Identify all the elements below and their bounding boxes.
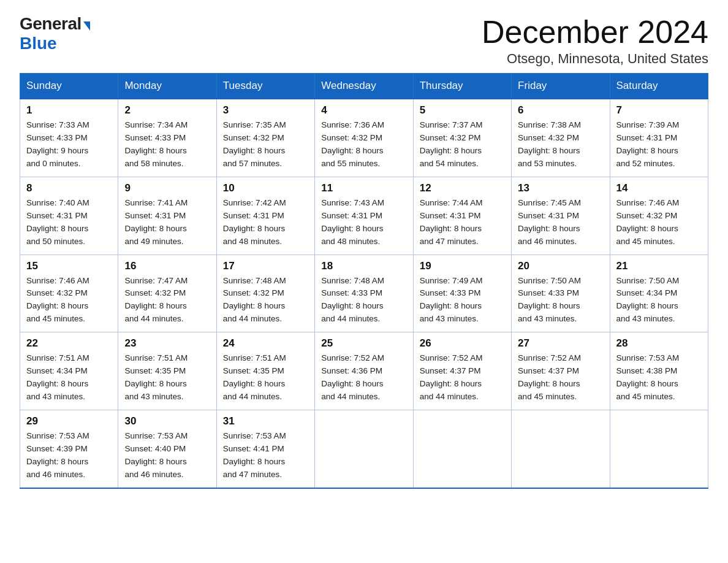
day-number: 29: [26, 415, 112, 427]
day-number: 26: [420, 337, 505, 350]
day-info: Sunrise: 7:39 AMSunset: 4:31 PMDaylight:…: [616, 119, 702, 170]
day-number: 7: [616, 104, 702, 117]
day-info: Sunrise: 7:48 AMSunset: 4:32 PMDaylight:…: [223, 275, 308, 326]
day-info: Sunrise: 7:51 AMSunset: 4:35 PMDaylight:…: [223, 352, 308, 404]
day-number: 11: [321, 182, 406, 194]
day-info: Sunrise: 7:38 AMSunset: 4:32 PMDaylight:…: [518, 119, 603, 170]
day-info: Sunrise: 7:36 AMSunset: 4:32 PMDaylight:…: [321, 119, 406, 170]
day-number: 28: [616, 337, 702, 350]
title-block: December 2024 Otsego, Minnesota, United …: [482, 15, 708, 67]
calendar-cell: 16Sunrise: 7:47 AMSunset: 4:32 PMDayligh…: [118, 255, 216, 332]
day-info: Sunrise: 7:53 AMSunset: 4:40 PMDaylight:…: [124, 430, 210, 481]
day-info: Sunrise: 7:47 AMSunset: 4:32 PMDaylight:…: [124, 275, 210, 326]
calendar-cell: 22Sunrise: 7:51 AMSunset: 4:34 PMDayligh…: [20, 332, 118, 410]
day-number: 8: [26, 182, 112, 194]
day-info: Sunrise: 7:40 AMSunset: 4:31 PMDaylight:…: [26, 197, 112, 248]
calendar-cell: 3Sunrise: 7:35 AMSunset: 4:32 PMDaylight…: [216, 99, 314, 177]
day-number: 9: [124, 182, 210, 194]
day-number: 18: [321, 260, 406, 272]
location: Otsego, Minnesota, United States: [482, 51, 708, 67]
calendar-week-row: 29Sunrise: 7:53 AMSunset: 4:39 PMDayligh…: [20, 410, 708, 488]
calendar-cell: 17Sunrise: 7:48 AMSunset: 4:32 PMDayligh…: [216, 255, 314, 332]
calendar-cell: 19Sunrise: 7:49 AMSunset: 4:33 PMDayligh…: [413, 255, 511, 332]
day-info: Sunrise: 7:52 AMSunset: 4:37 PMDaylight:…: [420, 352, 505, 404]
day-number: 14: [616, 182, 702, 194]
day-info: Sunrise: 7:52 AMSunset: 4:37 PMDaylight:…: [518, 352, 603, 404]
calendar-cell: 9Sunrise: 7:41 AMSunset: 4:31 PMDaylight…: [118, 177, 216, 255]
calendar-cell: 25Sunrise: 7:52 AMSunset: 4:36 PMDayligh…: [315, 332, 413, 410]
calendar-header-wednesday: Wednesday: [315, 74, 413, 99]
calendar-cell: 24Sunrise: 7:51 AMSunset: 4:35 PMDayligh…: [216, 332, 314, 410]
day-info: Sunrise: 7:49 AMSunset: 4:33 PMDaylight:…: [420, 275, 505, 326]
calendar-cell: 31Sunrise: 7:53 AMSunset: 4:41 PMDayligh…: [216, 410, 314, 488]
calendar-week-row: 8Sunrise: 7:40 AMSunset: 4:31 PMDaylight…: [20, 177, 708, 255]
day-number: 23: [124, 337, 210, 350]
day-info: Sunrise: 7:53 AMSunset: 4:41 PMDaylight:…: [223, 430, 308, 481]
day-number: 16: [124, 260, 210, 272]
calendar-cell: 6Sunrise: 7:38 AMSunset: 4:32 PMDaylight…: [512, 99, 610, 177]
day-number: 20: [518, 260, 603, 272]
calendar-cell: 28Sunrise: 7:53 AMSunset: 4:38 PMDayligh…: [610, 332, 708, 410]
day-info: Sunrise: 7:50 AMSunset: 4:33 PMDaylight:…: [518, 275, 603, 326]
day-number: 21: [616, 260, 702, 272]
calendar-cell: 1Sunrise: 7:33 AMSunset: 4:33 PMDaylight…: [20, 99, 118, 177]
header: General Blue December 2024 Otsego, Minne…: [20, 15, 708, 67]
day-number: 6: [518, 104, 603, 117]
logo-triangle-icon: [83, 21, 90, 31]
day-info: Sunrise: 7:43 AMSunset: 4:31 PMDaylight:…: [321, 197, 406, 248]
calendar-header-friday: Friday: [512, 74, 610, 99]
calendar-cell: 23Sunrise: 7:51 AMSunset: 4:35 PMDayligh…: [118, 332, 216, 410]
calendar-cell: 29Sunrise: 7:53 AMSunset: 4:39 PMDayligh…: [20, 410, 118, 488]
calendar-header-sunday: Sunday: [20, 74, 118, 99]
day-info: Sunrise: 7:51 AMSunset: 4:34 PMDaylight:…: [26, 352, 112, 404]
calendar-header-row: SundayMondayTuesdayWednesdayThursdayFrid…: [20, 74, 708, 99]
logo: General Blue: [20, 15, 90, 53]
day-number: 2: [124, 104, 210, 117]
day-number: 19: [420, 260, 505, 272]
calendar-cell: 5Sunrise: 7:37 AMSunset: 4:32 PMDaylight…: [413, 99, 511, 177]
logo-blue-text: Blue: [20, 34, 57, 53]
calendar-cell: 18Sunrise: 7:48 AMSunset: 4:33 PMDayligh…: [315, 255, 413, 332]
calendar-header-saturday: Saturday: [610, 74, 708, 99]
day-info: Sunrise: 7:35 AMSunset: 4:32 PMDaylight:…: [223, 119, 308, 170]
day-info: Sunrise: 7:51 AMSunset: 4:35 PMDaylight:…: [124, 352, 210, 404]
calendar-table: SundayMondayTuesdayWednesdayThursdayFrid…: [20, 73, 708, 488]
calendar-cell: 13Sunrise: 7:45 AMSunset: 4:31 PMDayligh…: [512, 177, 610, 255]
day-number: 3: [223, 104, 308, 117]
calendar-cell: 14Sunrise: 7:46 AMSunset: 4:32 PMDayligh…: [610, 177, 708, 255]
day-info: Sunrise: 7:45 AMSunset: 4:31 PMDaylight:…: [518, 197, 603, 248]
calendar-cell: 7Sunrise: 7:39 AMSunset: 4:31 PMDaylight…: [610, 99, 708, 177]
calendar-cell: 21Sunrise: 7:50 AMSunset: 4:34 PMDayligh…: [610, 255, 708, 332]
day-number: 30: [124, 415, 210, 427]
day-number: 31: [223, 415, 308, 427]
day-info: Sunrise: 7:52 AMSunset: 4:36 PMDaylight:…: [321, 352, 406, 404]
calendar-cell: 26Sunrise: 7:52 AMSunset: 4:37 PMDayligh…: [413, 332, 511, 410]
day-number: 1: [26, 104, 112, 117]
calendar-cell: [610, 410, 708, 488]
calendar-header-monday: Monday: [118, 74, 216, 99]
day-info: Sunrise: 7:46 AMSunset: 4:32 PMDaylight:…: [616, 197, 702, 248]
calendar-week-row: 15Sunrise: 7:46 AMSunset: 4:32 PMDayligh…: [20, 255, 708, 332]
day-info: Sunrise: 7:48 AMSunset: 4:33 PMDaylight:…: [321, 275, 406, 326]
day-info: Sunrise: 7:37 AMSunset: 4:32 PMDaylight:…: [420, 119, 505, 170]
calendar-header-tuesday: Tuesday: [216, 74, 314, 99]
calendar-cell: 4Sunrise: 7:36 AMSunset: 4:32 PMDaylight…: [315, 99, 413, 177]
calendar-cell: 10Sunrise: 7:42 AMSunset: 4:31 PMDayligh…: [216, 177, 314, 255]
calendar-cell: 12Sunrise: 7:44 AMSunset: 4:31 PMDayligh…: [413, 177, 511, 255]
page: General Blue December 2024 Otsego, Minne…: [0, 0, 728, 504]
day-number: 27: [518, 337, 603, 350]
calendar-cell: [315, 410, 413, 488]
calendar-cell: 20Sunrise: 7:50 AMSunset: 4:33 PMDayligh…: [512, 255, 610, 332]
calendar-week-row: 1Sunrise: 7:33 AMSunset: 4:33 PMDaylight…: [20, 99, 708, 177]
day-info: Sunrise: 7:46 AMSunset: 4:32 PMDaylight:…: [26, 275, 112, 326]
day-info: Sunrise: 7:53 AMSunset: 4:39 PMDaylight:…: [26, 430, 112, 481]
calendar-cell: 15Sunrise: 7:46 AMSunset: 4:32 PMDayligh…: [20, 255, 118, 332]
day-info: Sunrise: 7:50 AMSunset: 4:34 PMDaylight:…: [616, 275, 702, 326]
day-info: Sunrise: 7:41 AMSunset: 4:31 PMDaylight:…: [124, 197, 210, 248]
month-title: December 2024: [482, 15, 708, 50]
calendar-cell: 11Sunrise: 7:43 AMSunset: 4:31 PMDayligh…: [315, 177, 413, 255]
calendar-cell: 30Sunrise: 7:53 AMSunset: 4:40 PMDayligh…: [118, 410, 216, 488]
day-number: 25: [321, 337, 406, 350]
calendar-cell: [413, 410, 511, 488]
day-number: 17: [223, 260, 308, 272]
